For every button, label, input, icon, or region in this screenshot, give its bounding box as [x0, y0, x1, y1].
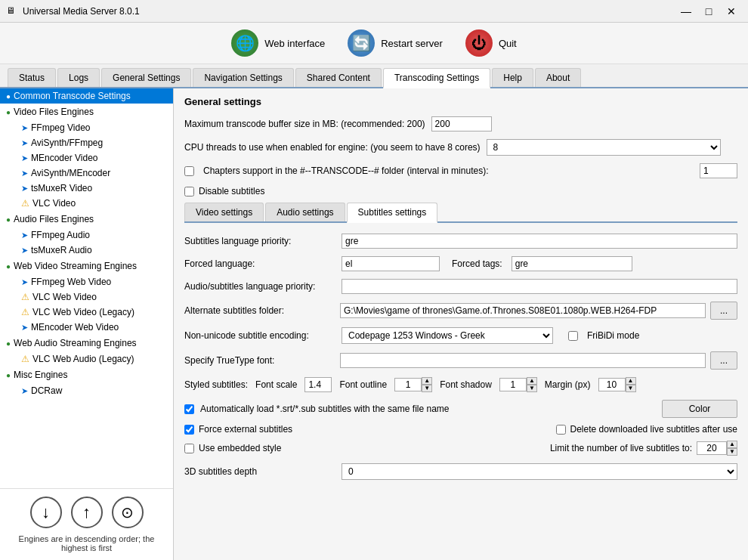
font-outline-up[interactable]: ▲: [422, 377, 432, 385]
max-buffer-input[interactable]: [431, 116, 492, 131]
sidebar-item-vlc-video[interactable]: ⚠ VLC Video: [0, 196, 173, 211]
force-external-checkbox[interactable]: [184, 425, 194, 435]
max-buffer-label: Maximum transcode buffer size in MB: (re…: [184, 119, 425, 129]
sidebar-item-vlc-web-video[interactable]: ⚠ VLC Web Video: [0, 289, 173, 305]
alt-folder-row: Alternate subtitles folder: ...: [184, 302, 737, 320]
sidebar: ● Common Transcode Settings ● Video File…: [0, 88, 174, 560]
dot-icon-misc: ●: [6, 371, 11, 379]
sidebar-item-avisynth-mencoder[interactable]: ➤ AviSynth/MEncoder: [0, 166, 173, 181]
cpu-threads-row: CPU threads to use when enabled for engi…: [184, 139, 737, 156]
dot-icon-web-video: ●: [6, 262, 11, 271]
sidebar-item-vlc-web-audio[interactable]: ⚠ VLC Web Audio (Legacy): [0, 351, 173, 367]
audio-lang-label: Audio/subtitles language priority:: [184, 281, 335, 292]
limit-live-up[interactable]: ▲: [727, 441, 737, 448]
non-unicode-select[interactable]: Codepage 1253 Windows - Greek: [342, 327, 553, 344]
truetype-input[interactable]: [340, 353, 706, 368]
minimize-button[interactable]: —: [675, 3, 697, 20]
chapters-checkbox[interactable]: [184, 166, 194, 176]
non-unicode-label: Non-unicode subtitle encoding:: [184, 330, 335, 341]
quit-button[interactable]: ⏻ Quit: [465, 29, 517, 57]
force-external-group: Force external subtitles: [184, 424, 556, 435]
restart-server-button[interactable]: 🔄 Restart server: [348, 29, 443, 57]
sidebar-item-common[interactable]: ● Common Transcode Settings: [0, 88, 173, 104]
sidebar-category-video-files: ● Video Files Engines: [0, 104, 173, 120]
non-unicode-row: Non-unicode subtitle encoding: Codepage …: [184, 327, 737, 344]
alt-folder-button[interactable]: ...: [710, 302, 737, 320]
sidebar-item-dcraw[interactable]: ➤ DCRaw: [0, 383, 173, 398]
margin-down[interactable]: ▼: [626, 385, 636, 392]
move-down-button[interactable]: ↓: [30, 497, 62, 528]
force-delete-row: Force external subtitles Delete download…: [184, 424, 737, 435]
disable-subtitles-checkbox[interactable]: [184, 187, 194, 196]
sidebar-item-ffmpeg-video[interactable]: ➤ FFmpeg Video: [0, 120, 173, 135]
sidebar-item-avisynth-ffmpeg[interactable]: ➤ AviSynth/FFmpeg: [0, 135, 173, 150]
sidebar-item-tsmuxer-video[interactable]: ➤ tsMuxeR Video: [0, 181, 173, 196]
tab-transcoding[interactable]: Transcoding Settings: [383, 68, 490, 88]
restart-icon: 🔄: [348, 29, 375, 57]
auto-load-label: Automatically load *.srt/*.sub subtitles…: [200, 404, 656, 414]
inner-tab-video[interactable]: Video settings: [184, 203, 264, 221]
app-title: Universal Media Server 8.0.1: [23, 6, 675, 17]
forced-lang-input[interactable]: [342, 256, 440, 271]
color-button[interactable]: Color: [662, 400, 737, 418]
styled-subtitles-row: Styled subtitles: Font scale Font outlin…: [184, 377, 737, 392]
limit-live-input[interactable]: [697, 441, 727, 455]
cpu-threads-label: CPU threads to use when enabled for engi…: [184, 142, 481, 153]
target-button[interactable]: ⊙: [112, 497, 144, 528]
tab-navigation[interactable]: Navigation Settings: [193, 68, 293, 87]
web-interface-button[interactable]: 🌐 Web interface: [231, 29, 325, 57]
alt-folder-input[interactable]: [340, 303, 706, 318]
margin-spin-btns: ▲ ▼: [626, 377, 636, 392]
delete-downloaded-checkbox[interactable]: [556, 425, 566, 435]
tab-status[interactable]: Status: [8, 68, 56, 87]
app-icon: 🖥: [6, 5, 18, 17]
forced-tags-input[interactable]: [512, 256, 632, 271]
sidebar-item-vlc-web-video-legacy[interactable]: ⚠ VLC Web Video (Legacy): [0, 305, 173, 320]
truetype-button[interactable]: ...: [710, 351, 737, 370]
sidebar-item-ffmpeg-audio[interactable]: ➤ FFmpeg Audio: [0, 227, 173, 243]
maximize-button[interactable]: □: [698, 3, 719, 20]
sidebar-category-web-video: ● Web Video Streaming Engines: [0, 258, 173, 274]
chapters-input[interactable]: [700, 163, 737, 178]
tab-logs[interactable]: Logs: [57, 68, 100, 87]
tab-shared[interactable]: Shared Content: [295, 68, 382, 87]
auto-load-checkbox[interactable]: [184, 404, 194, 414]
tab-help[interactable]: Help: [492, 68, 533, 87]
audio-lang-input[interactable]: [342, 279, 737, 294]
font-outline-input[interactable]: [394, 378, 422, 391]
arrow-icon: ➤: [21, 184, 28, 193]
close-button[interactable]: ✕: [721, 3, 742, 20]
font-shadow-up[interactable]: ▲: [527, 377, 537, 385]
font-shadow-input[interactable]: [499, 378, 527, 391]
sidebar-item-mencoder-video[interactable]: ➤ MEncoder Video: [0, 150, 173, 166]
font-outline-label: Font outline: [339, 379, 387, 390]
margin-input[interactable]: [598, 378, 626, 391]
inner-tab-audio[interactable]: Audio settings: [265, 203, 345, 221]
font-outline-down[interactable]: ▼: [422, 385, 432, 392]
audio-lang-row: Audio/subtitles language priority:: [184, 279, 737, 294]
sidebar-item-mencoder-web[interactable]: ➤ MEncoder Web Video: [0, 320, 173, 335]
toolbar: 🌐 Web interface 🔄 Restart server ⏻ Quit: [0, 23, 748, 64]
font-outline-spinner: ▲ ▼: [394, 377, 432, 392]
chapters-row: Chapters support in the #--TRANSCODE--# …: [184, 163, 737, 178]
tab-about[interactable]: About: [535, 68, 581, 87]
font-shadow-down[interactable]: ▼: [527, 385, 537, 392]
sidebar-bottom: ↓ ↑ ⊙ Engines are in descending order; t…: [0, 488, 173, 560]
forced-lang-row: Forced language: Forced tags:: [184, 256, 737, 271]
disable-subtitles-label: Disable subtitles: [199, 186, 264, 196]
alt-folder-label: Alternate subtitles folder:: [184, 305, 335, 316]
fribidi-checkbox[interactable]: [568, 331, 578, 341]
margin-up[interactable]: ▲: [626, 377, 636, 385]
tab-general[interactable]: General Settings: [101, 68, 191, 87]
use-embedded-checkbox[interactable]: [184, 444, 194, 453]
sidebar-item-ffmpeg-web-video[interactable]: ➤ FFmpeg Web Video: [0, 274, 173, 289]
arrow-icon: ➤: [21, 169, 28, 178]
cpu-threads-select[interactable]: 8: [487, 139, 721, 156]
sidebar-item-tsmuxer-audio[interactable]: ➤ tsMuxeR Audio: [0, 243, 173, 258]
depth3d-select[interactable]: 0: [342, 463, 737, 480]
font-scale-input[interactable]: [304, 377, 332, 392]
inner-tab-subtitles[interactable]: Subtitles settings: [347, 203, 438, 223]
lang-priority-input[interactable]: [342, 234, 737, 249]
limit-live-down[interactable]: ▼: [727, 448, 737, 456]
move-up-button[interactable]: ↑: [71, 497, 103, 528]
